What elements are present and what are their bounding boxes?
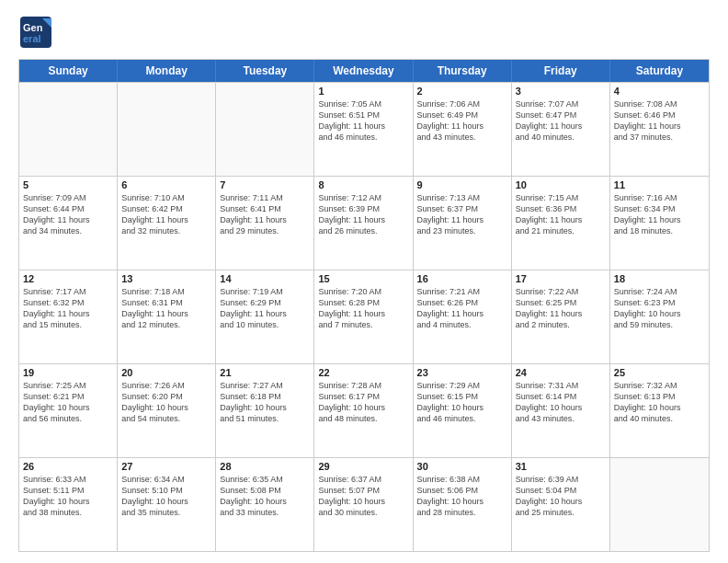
logo-icon: Gen eral — [18, 15, 53, 50]
day-number: 13 — [121, 273, 211, 284]
day-info: Sunrise: 7:08 AM Sunset: 6:46 PM Dayligh… — [614, 98, 705, 144]
day-info: Sunrise: 7:24 AM Sunset: 6:23 PM Dayligh… — [614, 286, 705, 331]
calendar-week-4: 26Sunrise: 6:33 AM Sunset: 5:11 PM Dayli… — [19, 457, 709, 551]
day-number: 23 — [417, 367, 507, 378]
header-day-wednesday: Wednesday — [314, 60, 413, 82]
calendar-cell-29: 29Sunrise: 6:37 AM Sunset: 5:07 PM Dayli… — [314, 458, 413, 551]
calendar-cell-30: 30Sunrise: 6:38 AM Sunset: 5:06 PM Dayli… — [414, 458, 512, 551]
day-number: 12 — [23, 273, 113, 284]
day-info: Sunrise: 6:38 AM Sunset: 5:06 PM Dayligh… — [417, 474, 507, 519]
calendar-cell-5: 5Sunrise: 7:09 AM Sunset: 6:44 PM Daylig… — [19, 177, 118, 270]
day-number: 7 — [220, 179, 310, 190]
day-number: 19 — [23, 367, 113, 378]
day-info: Sunrise: 7:12 AM Sunset: 6:39 PM Dayligh… — [318, 192, 408, 237]
day-number: 30 — [417, 461, 507, 472]
calendar-cell-19: 19Sunrise: 7:25 AM Sunset: 6:21 PM Dayli… — [19, 364, 118, 457]
header-day-friday: Friday — [512, 60, 610, 82]
day-info: Sunrise: 7:29 AM Sunset: 6:15 PM Dayligh… — [417, 380, 507, 425]
calendar-cell-16: 16Sunrise: 7:21 AM Sunset: 6:26 PM Dayli… — [414, 270, 512, 363]
day-info: Sunrise: 7:11 AM Sunset: 6:41 PM Dayligh… — [220, 192, 310, 237]
calendar-header-row: SundayMondayTuesdayWednesdayThursdayFrid… — [19, 60, 709, 82]
day-info: Sunrise: 7:15 AM Sunset: 6:36 PM Dayligh… — [516, 192, 606, 237]
calendar-cell-21: 21Sunrise: 7:27 AM Sunset: 6:18 PM Dayli… — [216, 364, 314, 457]
calendar-cell-28: 28Sunrise: 6:35 AM Sunset: 5:08 PM Dayli… — [216, 458, 314, 551]
calendar-cell-empty-0-0 — [19, 83, 118, 176]
day-number: 18 — [614, 273, 705, 284]
day-number: 31 — [516, 461, 606, 472]
day-info: Sunrise: 7:28 AM Sunset: 6:17 PM Dayligh… — [318, 380, 408, 425]
calendar-cell-14: 14Sunrise: 7:19 AM Sunset: 6:29 PM Dayli… — [216, 270, 314, 363]
day-number: 2 — [417, 86, 507, 97]
day-info: Sunrise: 7:09 AM Sunset: 6:44 PM Dayligh… — [23, 192, 113, 237]
calendar-cell-10: 10Sunrise: 7:15 AM Sunset: 6:36 PM Dayli… — [512, 177, 610, 270]
day-number: 25 — [614, 367, 705, 378]
day-number: 17 — [516, 273, 606, 284]
day-info: Sunrise: 7:25 AM Sunset: 6:21 PM Dayligh… — [23, 380, 113, 425]
svg-text:Gen: Gen — [23, 22, 43, 33]
day-info: Sunrise: 7:31 AM Sunset: 6:14 PM Dayligh… — [516, 380, 606, 425]
calendar-cell-3: 3Sunrise: 7:07 AM Sunset: 6:47 PM Daylig… — [512, 83, 610, 176]
day-number: 3 — [516, 86, 606, 97]
day-number: 26 — [23, 461, 113, 472]
day-info: Sunrise: 6:34 AM Sunset: 5:10 PM Dayligh… — [121, 474, 211, 519]
day-number: 20 — [121, 367, 211, 378]
calendar-body: 1Sunrise: 7:05 AM Sunset: 6:51 PM Daylig… — [19, 82, 709, 551]
day-number: 29 — [318, 461, 408, 472]
calendar-cell-15: 15Sunrise: 7:20 AM Sunset: 6:28 PM Dayli… — [314, 270, 413, 363]
day-number: 22 — [318, 367, 408, 378]
day-number: 9 — [417, 179, 507, 190]
calendar-week-2: 12Sunrise: 7:17 AM Sunset: 6:32 PM Dayli… — [19, 270, 709, 363]
day-info: Sunrise: 7:26 AM Sunset: 6:20 PM Dayligh… — [121, 380, 211, 425]
day-info: Sunrise: 7:19 AM Sunset: 6:29 PM Dayligh… — [220, 286, 310, 331]
day-number: 10 — [516, 179, 606, 190]
calendar-cell-20: 20Sunrise: 7:26 AM Sunset: 6:20 PM Dayli… — [118, 364, 216, 457]
calendar-week-3: 19Sunrise: 7:25 AM Sunset: 6:21 PM Dayli… — [19, 363, 709, 457]
header-day-tuesday: Tuesday — [216, 60, 314, 82]
day-info: Sunrise: 7:05 AM Sunset: 6:51 PM Dayligh… — [318, 98, 408, 144]
header-day-saturday: Saturday — [610, 60, 709, 82]
logo: Gen eral — [18, 15, 55, 50]
day-number: 14 — [220, 273, 310, 284]
calendar-cell-18: 18Sunrise: 7:24 AM Sunset: 6:23 PM Dayli… — [610, 270, 709, 363]
day-info: Sunrise: 7:22 AM Sunset: 6:25 PM Dayligh… — [516, 286, 606, 331]
calendar-cell-7: 7Sunrise: 7:11 AM Sunset: 6:41 PM Daylig… — [216, 177, 314, 270]
day-info: Sunrise: 7:07 AM Sunset: 6:47 PM Dayligh… — [516, 98, 606, 144]
calendar-cell-17: 17Sunrise: 7:22 AM Sunset: 6:25 PM Dayli… — [512, 270, 610, 363]
header-day-monday: Monday — [118, 60, 216, 82]
calendar-week-0: 1Sunrise: 7:05 AM Sunset: 6:51 PM Daylig… — [19, 82, 709, 176]
calendar-cell-31: 31Sunrise: 6:39 AM Sunset: 5:04 PM Dayli… — [512, 458, 610, 551]
day-number: 8 — [318, 179, 408, 190]
calendar-cell-6: 6Sunrise: 7:10 AM Sunset: 6:42 PM Daylig… — [118, 177, 216, 270]
calendar-cell-empty-4-6 — [610, 458, 709, 551]
day-info: Sunrise: 7:16 AM Sunset: 6:34 PM Dayligh… — [614, 192, 705, 237]
day-number: 1 — [318, 86, 408, 97]
day-info: Sunrise: 6:39 AM Sunset: 5:04 PM Dayligh… — [516, 474, 606, 519]
day-info: Sunrise: 7:32 AM Sunset: 6:13 PM Dayligh… — [614, 380, 705, 425]
calendar: SundayMondayTuesdayWednesdayThursdayFrid… — [18, 59, 710, 552]
day-number: 24 — [516, 367, 606, 378]
day-info: Sunrise: 7:20 AM Sunset: 6:28 PM Dayligh… — [318, 286, 408, 331]
day-info: Sunrise: 6:35 AM Sunset: 5:08 PM Dayligh… — [220, 474, 310, 519]
calendar-cell-27: 27Sunrise: 6:34 AM Sunset: 5:10 PM Dayli… — [118, 458, 216, 551]
calendar-cell-9: 9Sunrise: 7:13 AM Sunset: 6:37 PM Daylig… — [414, 177, 512, 270]
day-number: 15 — [318, 273, 408, 284]
day-info: Sunrise: 7:13 AM Sunset: 6:37 PM Dayligh… — [417, 192, 507, 237]
day-number: 27 — [121, 461, 211, 472]
calendar-cell-24: 24Sunrise: 7:31 AM Sunset: 6:14 PM Dayli… — [512, 364, 610, 457]
day-number: 11 — [614, 179, 705, 190]
calendar-cell-4: 4Sunrise: 7:08 AM Sunset: 6:46 PM Daylig… — [610, 83, 709, 176]
calendar-cell-23: 23Sunrise: 7:29 AM Sunset: 6:15 PM Dayli… — [414, 364, 512, 457]
calendar-cell-2: 2Sunrise: 7:06 AM Sunset: 6:49 PM Daylig… — [414, 83, 512, 176]
calendar-cell-25: 25Sunrise: 7:32 AM Sunset: 6:13 PM Dayli… — [610, 364, 709, 457]
calendar-cell-1: 1Sunrise: 7:05 AM Sunset: 6:51 PM Daylig… — [314, 83, 413, 176]
day-number: 5 — [23, 179, 113, 190]
day-info: Sunrise: 7:27 AM Sunset: 6:18 PM Dayligh… — [220, 380, 310, 425]
day-info: Sunrise: 7:10 AM Sunset: 6:42 PM Dayligh… — [121, 192, 211, 237]
page: Gen eral SundayMondayTuesdayWednesdayThu… — [0, 0, 728, 563]
calendar-cell-12: 12Sunrise: 7:17 AM Sunset: 6:32 PM Dayli… — [19, 270, 118, 363]
calendar-cell-empty-0-2 — [216, 83, 314, 176]
svg-text:eral: eral — [23, 33, 41, 44]
day-number: 28 — [220, 461, 310, 472]
day-info: Sunrise: 7:17 AM Sunset: 6:32 PM Dayligh… — [23, 286, 113, 331]
header-day-sunday: Sunday — [19, 60, 118, 82]
